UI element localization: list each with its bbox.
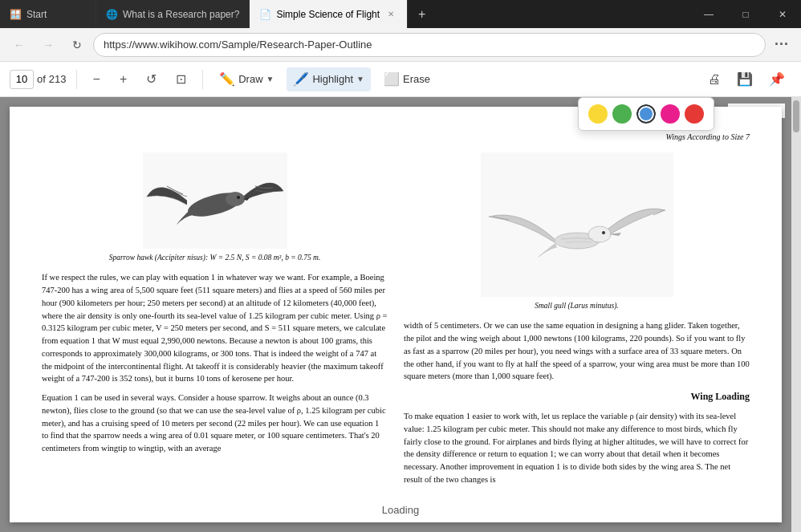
tab-flight-label: Simple Science of Flight [276, 9, 380, 20]
more-button[interactable]: ··· [769, 32, 795, 58]
highlight-button[interactable]: 🖊️ Highlight ▼ [287, 67, 371, 91]
maximize-button[interactable]: □ [727, 0, 764, 28]
save-button[interactable]: 💾 [730, 67, 759, 91]
right-para-1: width of 5 centimeters. Or we can use th… [404, 319, 750, 383]
draw-label: Draw [238, 73, 262, 85]
color-red[interactable] [685, 104, 704, 124]
titlebar: 🪟 Start 🌐 What is a Research paper? 📄 Si… [0, 0, 801, 28]
left-para-1: If we respect the rules, we can play wit… [42, 271, 388, 385]
svg-point-3 [237, 196, 240, 199]
tab-research[interactable]: 🌐 What is a Research paper? [96, 0, 250, 28]
draw-button[interactable]: ✏️ Draw ▼ [213, 67, 280, 91]
right-para-2: To make equation 1 easier to work with, … [404, 410, 750, 486]
address-bar[interactable]: https://www.wikihow.com/Sample/Research-… [93, 33, 766, 57]
navbar: ← → ↻ https://www.wikihow.com/Sample/Res… [0, 28, 801, 62]
tab-list: 🪟 Start 🌐 What is a Research paper? 📄 Si… [0, 0, 690, 28]
page-title: Wings According to Size 7 [42, 131, 750, 143]
gull-image [481, 152, 673, 297]
color-yellow[interactable] [588, 104, 608, 124]
pdf-content-area: Chapter 1 8 Wings According to Size 7 [0, 97, 801, 532]
tab-start-label: Start [26, 9, 47, 20]
tab-flight[interactable]: 📄 Simple Science of Flight ✕ [250, 0, 408, 28]
color-blue[interactable] [636, 104, 656, 124]
tab-start[interactable]: 🪟 Start [0, 0, 96, 28]
fit-icon: ⊡ [176, 71, 186, 87]
zoom-out-button[interactable]: − [87, 67, 107, 91]
page-total: 213 [49, 73, 67, 85]
fit-button[interactable]: ⊡ [169, 67, 193, 91]
pdf-page[interactable]: Wings According to Size 7 [10, 107, 782, 522]
left-para-2: Equation 1 can be used in several ways. … [42, 392, 388, 455]
color-green[interactable] [612, 104, 632, 124]
svg-point-7 [602, 231, 605, 234]
highlight-color-picker [578, 97, 714, 131]
erase-label: Erase [403, 73, 430, 85]
zoom-in-button[interactable]: + [113, 67, 133, 91]
scroll-thumb[interactable] [793, 100, 799, 132]
left-image-caption: Sparrow hawk (Accipiter nisus): W = 2.5 … [42, 252, 388, 263]
url-text: https://www.wikihow.com/Sample/Research-… [104, 39, 372, 51]
wing-loading-heading: Wing Loading [404, 389, 750, 404]
svg-point-2 [226, 192, 245, 206]
page-sep: of [37, 73, 46, 85]
erase-button[interactable]: ⬜ Erase [377, 67, 437, 91]
window-controls: — □ ✕ [690, 0, 801, 28]
page-input[interactable] [10, 70, 34, 89]
loading-indicator: Loading [382, 504, 419, 516]
page-indicator: of 213 [10, 70, 67, 89]
sparrow-hawk-image [143, 152, 287, 249]
highlight-label: Highlight [312, 73, 353, 85]
svg-rect-4 [481, 152, 673, 297]
zoom-out-icon: − [93, 72, 100, 87]
highlight-icon: 🖊️ [293, 71, 309, 87]
tab-close-button[interactable]: ✕ [384, 8, 397, 21]
scrollbar[interactable] [791, 97, 801, 532]
draw-chevron-icon: ▼ [266, 75, 274, 83]
highlight-chevron-icon: ▼ [356, 75, 364, 83]
refresh-button[interactable]: ↻ [64, 32, 90, 58]
tab-flight-icon: 📄 [259, 9, 271, 20]
right-column: Small gull (Larus minutus). width of 5 c… [404, 152, 750, 486]
svg-point-6 [588, 226, 611, 242]
zoom-in-icon: + [120, 72, 127, 87]
print-icon: 🖨 [708, 72, 721, 87]
tab-research-icon: 🌐 [106, 9, 118, 20]
draw-icon: ✏️ [219, 71, 235, 87]
rotate-button[interactable]: ↺ [140, 67, 163, 91]
sep1 [76, 70, 77, 89]
toolbar-right: 🖨 💾 📌 [701, 67, 791, 91]
pdf-two-column: Sparrow hawk (Accipiter nisus): W = 2.5 … [42, 152, 750, 486]
pin-button[interactable]: 📌 [762, 67, 791, 91]
new-tab-button[interactable]: + [408, 0, 436, 28]
rotate-icon: ↺ [146, 71, 157, 87]
save-icon: 💾 [737, 71, 753, 87]
pin-icon: 📌 [769, 71, 785, 87]
right-image-caption: Small gull (Larus minutus). [404, 300, 750, 311]
left-column: Sparrow hawk (Accipiter nisus): W = 2.5 … [42, 152, 388, 486]
erase-icon: ⬜ [384, 71, 400, 87]
tab-research-label: What is a Research paper? [123, 9, 239, 20]
minimize-button[interactable]: — [690, 0, 727, 28]
forward-button[interactable]: → [35, 32, 61, 58]
pdf-toolbar: of 213 − + ↺ ⊡ ✏️ Draw ▼ 🖊️ Highlight ▼ … [0, 62, 801, 97]
back-button[interactable]: ← [6, 32, 32, 58]
tab-start-icon: 🪟 [10, 9, 22, 20]
print-button[interactable]: 🖨 [701, 67, 727, 91]
color-pink[interactable] [661, 104, 680, 124]
close-button[interactable]: ✕ [764, 0, 801, 28]
sep2 [202, 70, 203, 89]
